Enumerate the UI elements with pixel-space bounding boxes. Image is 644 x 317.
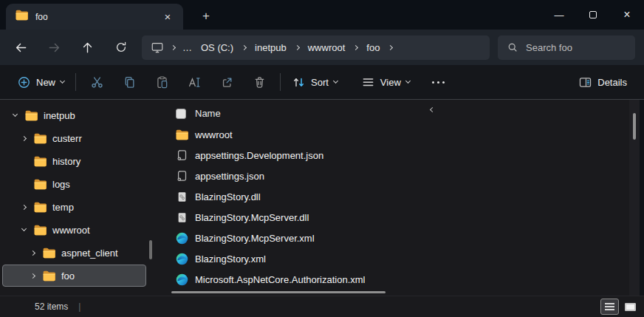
tree-item-logs[interactable]: logs — [2, 173, 146, 195]
details-view-icon — [605, 303, 614, 310]
cut-button[interactable] — [80, 69, 113, 95]
new-tab-button[interactable]: + — [193, 5, 219, 27]
breadcrumb-chevron[interactable] — [388, 44, 393, 50]
tree-item-custerr[interactable]: custerr — [2, 127, 146, 149]
up-button[interactable] — [71, 34, 104, 61]
tree-item-aspnet_client[interactable]: aspnet_client — [2, 242, 146, 264]
breadcrumb-item-wwwroot[interactable]: wwwroot — [306, 40, 347, 55]
breadcrumb-chevron[interactable] — [295, 44, 300, 50]
folder-icon — [34, 225, 47, 236]
vertical-scrollbar-thumb[interactable] — [633, 113, 636, 140]
search-box[interactable] — [498, 35, 635, 60]
rename-button[interactable] — [178, 69, 210, 95]
column-header-name[interactable]: Name — [195, 108, 221, 119]
dll-file-icon — [175, 212, 188, 223]
close-button[interactable]: × — [610, 0, 644, 30]
tree-item-temp[interactable]: temp — [2, 196, 146, 218]
titlebar: foo × + — × — [0, 0, 644, 30]
share-icon — [220, 75, 234, 89]
command-bar: New Sort View — [0, 65, 644, 100]
delete-button[interactable] — [243, 69, 275, 95]
forward-icon — [47, 41, 61, 55]
sort-button[interactable]: Sort — [285, 69, 344, 95]
tree-expand-chevron[interactable] — [21, 135, 26, 140]
tree-expand-chevron[interactable] — [21, 204, 26, 209]
copy-button[interactable] — [113, 69, 145, 95]
folder-icon — [34, 179, 47, 190]
details-view-toggle[interactable] — [600, 299, 619, 315]
tree-item-foo[interactable]: foo — [2, 265, 146, 287]
more-options-button[interactable] — [425, 69, 451, 95]
explorer-tab-foo[interactable]: foo × — [6, 4, 183, 30]
file-row-BlazingStory.McpServer.xml[interactable]: BlazingStory.McpServer.xml — [157, 228, 644, 248]
tree-item-wwwroot[interactable]: wwwroot — [2, 219, 146, 241]
file-row-BlazingStory.dll[interactable]: BlazingStory.dll — [157, 186, 644, 207]
status-bar: 52 items | — [0, 296, 644, 317]
new-button[interactable]: New — [10, 69, 71, 95]
paste-button[interactable] — [145, 69, 178, 95]
file-row-BlazingStory.McpServer.dll[interactable]: BlazingStory.McpServer.dll — [157, 207, 644, 228]
sidebar-scrollbar-thumb[interactable] — [149, 240, 152, 259]
folder-icon — [43, 270, 55, 282]
breadcrumb-item-foo[interactable]: foo — [365, 40, 381, 55]
back-icon — [14, 41, 28, 55]
tree-item-inetpub[interactable]: inetpub — [2, 104, 146, 126]
breadcrumb: OS (C:)inetpubwwwrootfoo — [199, 40, 400, 55]
toolbar-separator — [75, 73, 76, 91]
breadcrumb-ellipsis[interactable]: … — [182, 42, 193, 53]
minimize-button[interactable]: — — [542, 0, 576, 30]
column-header-row: Name — [157, 103, 644, 124]
breadcrumb-item-inetpub[interactable]: inetpub — [253, 40, 288, 55]
file-row-BlazingStory.xml[interactable]: BlazingStory.xml — [157, 248, 644, 269]
horizontal-scrollbar-thumb[interactable] — [171, 291, 386, 293]
breadcrumb-chevron[interactable] — [171, 44, 176, 50]
file-name: BlazingStory.McpServer.xml — [195, 233, 315, 244]
folder-icon — [25, 110, 38, 121]
tree-expand-chevron[interactable] — [30, 250, 35, 255]
cut-icon — [90, 75, 104, 89]
tab-folder-icon — [16, 10, 28, 24]
address-bar[interactable]: … OS (C:)inetpubwwwrootfoo — [142, 35, 490, 60]
file-row-appsettings.Development.json[interactable]: appsettings.Development.json — [157, 145, 644, 166]
tree-item-label: foo — [61, 270, 75, 282]
tree-expand-chevron[interactable] — [30, 273, 35, 278]
file-name: Microsoft.AspNetCore.Authorization.xml — [195, 274, 365, 285]
forward-button[interactable] — [38, 34, 71, 61]
new-icon — [17, 75, 31, 89]
file-row-appsettings.json[interactable]: appsettings.json — [157, 166, 644, 186]
file-row-Microsoft.AspNetCore.Authorization.xml[interactable]: Microsoft.AspNetCore.Authorization.xml — [157, 269, 644, 290]
search-input[interactable] — [526, 42, 622, 53]
tree-item-label: logs — [52, 179, 70, 190]
tree-item-label: aspnet_client — [61, 248, 118, 259]
sidebar-tree: inetpub custerr history logs temp wwwroo… — [0, 100, 157, 296]
tree-expand-chevron[interactable] — [21, 226, 26, 231]
delete-icon — [253, 75, 267, 89]
file-name: BlazingStory.dll — [195, 191, 261, 202]
maximize-button[interactable] — [576, 0, 610, 30]
sort-dropdown-chevron — [333, 78, 338, 83]
sort-button-label: Sort — [311, 77, 329, 88]
breadcrumb-chevron[interactable] — [242, 44, 247, 50]
folder-icon — [43, 248, 55, 259]
status-separator: | — [78, 301, 80, 312]
breadcrumb-chevron[interactable] — [353, 44, 358, 50]
file-rows: wwwroot appsettings.Development.json app… — [157, 124, 644, 290]
view-button-label: View — [380, 77, 401, 88]
tree-expand-chevron[interactable] — [12, 112, 17, 117]
tab-close-button[interactable]: × — [160, 9, 176, 25]
maximize-icon — [589, 11, 597, 18]
view-button[interactable]: View — [354, 69, 417, 95]
breadcrumb-item-OS (C:)[interactable]: OS (C:) — [199, 40, 235, 55]
tree-item-history[interactable]: history — [2, 150, 146, 172]
view-toggles — [600, 299, 640, 315]
large-thumbnails-toggle[interactable] — [621, 299, 640, 315]
folder-icon — [34, 156, 47, 167]
details-button[interactable]: Details — [572, 69, 634, 95]
back-button[interactable] — [4, 34, 38, 61]
share-button[interactable] — [210, 69, 243, 95]
file-row-wwwroot[interactable]: wwwroot — [157, 124, 644, 145]
json-file-icon — [175, 170, 188, 182]
item-count: 52 items — [35, 301, 68, 312]
select-all-checkbox[interactable] — [176, 109, 186, 119]
refresh-button[interactable] — [104, 34, 137, 61]
